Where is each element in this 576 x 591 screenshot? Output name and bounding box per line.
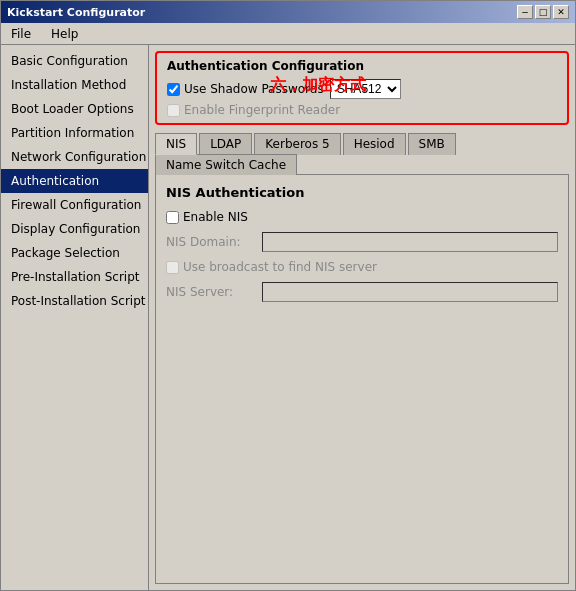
broadcast-checkbox[interactable] [166,261,179,274]
sidebar-item-basic-configuration[interactable]: Basic Configuration [1,49,148,73]
tab-kerberos5[interactable]: Kerberos 5 [254,133,340,155]
window-controls: − □ ✕ [517,5,569,19]
nis-domain-label: NIS Domain: [166,235,256,249]
sidebar-item-authentication[interactable]: Authentication [1,169,148,193]
enable-nis-label: Enable NIS [183,210,248,224]
nis-domain-input[interactable] [262,232,558,252]
tab-name-switch-cache[interactable]: Name Switch Cache [155,154,297,175]
nis-server-row: NIS Server: [166,282,558,302]
tab-nis[interactable]: NIS [155,133,197,155]
fingerprint-row: Enable Fingerprint Reader [167,103,557,117]
nis-server-input[interactable] [262,282,558,302]
broadcast-row: Use broadcast to find NIS server [166,260,558,274]
content-area: Authentication Configuration Use Shadow … [149,45,575,590]
main-content: 六，加密方式 Basic Configuration Installation … [1,45,575,590]
auth-config-box: Authentication Configuration Use Shadow … [155,51,569,125]
maximize-button[interactable]: □ [535,5,551,19]
main-window: Kickstart Configurator − □ ✕ File Help 六… [0,0,576,591]
sidebar: Basic Configuration Installation Method … [1,45,149,590]
tab-container: NIS LDAP Kerberos 5 Hesiod SMB Name Swit… [155,133,569,584]
sidebar-item-firewall-configuration[interactable]: Firewall Configuration [1,193,148,217]
enable-nis-row: Enable NIS [166,210,558,224]
enable-nis-checkbox[interactable] [166,211,179,224]
sidebar-item-display-configuration[interactable]: Display Configuration [1,217,148,241]
nis-domain-row: NIS Domain: [166,232,558,252]
nis-section-title: NIS Authentication [166,185,558,200]
auth-config-title: Authentication Configuration [167,59,557,73]
sidebar-item-partition-information[interactable]: Partition Information [1,121,148,145]
file-menu[interactable]: File [5,25,37,43]
sidebar-item-pre-installation-script[interactable]: Pre-Installation Script [1,265,148,289]
sidebar-item-installation-method[interactable]: Installation Method [1,73,148,97]
sidebar-item-boot-loader-options[interactable]: Boot Loader Options [1,97,148,121]
minimize-button[interactable]: − [517,5,533,19]
sidebar-item-network-configuration[interactable]: Network Configuration [1,145,148,169]
use-shadow-checkbox[interactable] [167,83,180,96]
window-title: Kickstart Configurator [7,6,145,19]
help-menu[interactable]: Help [45,25,84,43]
close-button[interactable]: ✕ [553,5,569,19]
tab-hesiod[interactable]: Hesiod [343,133,406,155]
shadow-passwords-row: Use Shadow Passwords SHA512 MD5 SHA256 [167,79,557,99]
fingerprint-label[interactable]: Enable Fingerprint Reader [167,103,340,117]
sidebar-item-package-selection[interactable]: Package Selection [1,241,148,265]
nis-server-label: NIS Server: [166,285,256,299]
use-shadow-label[interactable]: Use Shadow Passwords [167,82,324,96]
tab-content-nis: NIS Authentication Enable NIS NIS Domain… [155,175,569,584]
tab-ldap[interactable]: LDAP [199,133,252,155]
broadcast-label: Use broadcast to find NIS server [183,260,377,274]
tab-smb[interactable]: SMB [408,133,456,155]
fingerprint-checkbox[interactable] [167,104,180,117]
use-shadow-text: Use Shadow Passwords [184,82,324,96]
fingerprint-text: Enable Fingerprint Reader [184,103,340,117]
title-bar: Kickstart Configurator − □ ✕ [1,1,575,23]
sidebar-item-post-installation-script[interactable]: Post-Installation Script [1,289,148,313]
sha-select[interactable]: SHA512 MD5 SHA256 [330,79,401,99]
tab-bar: NIS LDAP Kerberos 5 Hesiod SMB Name Swit… [155,133,569,175]
menu-bar: File Help [1,23,575,45]
